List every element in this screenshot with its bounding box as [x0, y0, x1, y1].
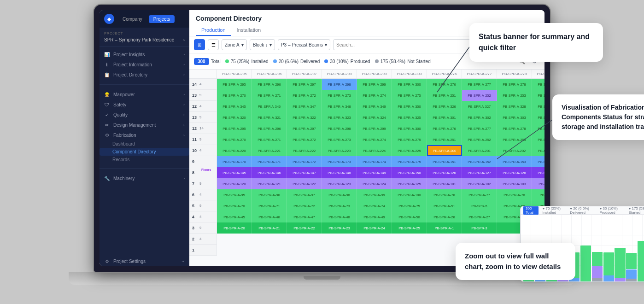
cell[interactable]: PB-SPR-A-77: [462, 189, 497, 200]
type-dropdown[interactable]: P3 – Precast Beams ▾: [278, 39, 330, 50]
cell[interactable]: PB-SPR-3: [462, 222, 497, 234]
tab-production[interactable]: Production: [196, 25, 231, 36]
tab-installation[interactable]: Installation: [231, 25, 267, 36]
cell[interactable]: PB-SPR-A-125: [392, 178, 427, 189]
list-view-button[interactable]: ☰: [208, 39, 219, 50]
cell[interactable]: PB-SPR-A-324: [357, 112, 392, 123]
grid-view-button[interactable]: ⊞: [194, 39, 205, 50]
cell[interactable]: PB-SPR-A-121: [252, 178, 287, 189]
cell[interactable]: PB-SPR-A-75: [392, 200, 427, 211]
delivered-status[interactable]: 20 (6.6%) Delivered: [273, 59, 320, 64]
cell[interactable]: PB-SPR-A-276: [427, 79, 462, 90]
sidebar-sub-component-directory[interactable]: Component Directory: [100, 148, 189, 156]
cell[interactable]: PB-SPR-A-103: [497, 178, 532, 189]
cell[interactable]: PB-SPR-A-345: [217, 101, 252, 112]
cell[interactable]: PB-SPR-A-51: [427, 200, 462, 211]
cell[interactable]: PB-SPR-A-254: [532, 90, 544, 101]
cell[interactable]: PB-SPR-A-326: [427, 101, 462, 112]
cell[interactable]: PB-SPR-A-151: [427, 156, 462, 167]
cell[interactable]: PB-SPR-A-298: [322, 123, 357, 134]
cell[interactable]: PB-SPR-A-274: [357, 90, 392, 101]
cell[interactable]: PB-SPR-A-348: [322, 101, 357, 112]
cell[interactable]: PB-SPR-A-45: [217, 211, 252, 222]
cell[interactable]: PB-SPR-A-298: [322, 79, 357, 90]
cell[interactable]: PB-SPR-A-252: [462, 90, 497, 101]
cell[interactable]: PB-SPR A-221: [252, 145, 287, 156]
cell[interactable]: PB-SPR-A-102: [462, 178, 497, 189]
cell[interactable]: PB-SPR-A-170: [217, 156, 252, 167]
cell[interactable]: PB-SPR-A-128: [497, 167, 532, 178]
cell[interactable]: PB-SPR-A-251: [427, 134, 462, 145]
cell[interactable]: PB-SPR-A-272: [287, 134, 322, 145]
cell[interactable]: PB-SPR-A-24: [357, 222, 392, 234]
cell[interactable]: PB-SPR-A-300: [392, 123, 427, 134]
produced-status[interactable]: 30 (10%) Produced: [324, 59, 370, 64]
sidebar-sub-records[interactable]: Records: [100, 156, 189, 164]
cell[interactable]: PB-SPR-A-272: [287, 90, 322, 101]
cell[interactable]: PB-SPR-A-71: [252, 200, 287, 211]
cell[interactable]: PB-SPR-A-25: [392, 222, 427, 234]
cell[interactable]: PB-SPR-A-300: [392, 79, 427, 90]
sidebar-item-settings[interactable]: ⚙ Project Settings →: [100, 256, 189, 266]
block-dropdown[interactable]: Block ↓ ▾: [250, 39, 275, 50]
sidebar-item-safety[interactable]: 🛡 Safety ›: [100, 99, 189, 110]
cell[interactable]: PB-SPR-A-303: [497, 112, 532, 123]
cell[interactable]: PB-SPR-A-154: [532, 156, 544, 167]
cell[interactable]: PB-SPR-A-271: [252, 134, 287, 145]
cell[interactable]: PB-SPR-A-271: [252, 90, 287, 101]
cell[interactable]: PB-SPR-A-7: [532, 189, 544, 200]
cell[interactable]: PB-SPR-5: [462, 200, 497, 211]
cell[interactable]: PB-SPR-A-21: [252, 222, 287, 234]
cell[interactable]: PB-SPR-A-323: [322, 112, 357, 123]
cell[interactable]: PB-SPR-A-172: [287, 156, 322, 167]
cell[interactable]: PB-SPR-A-174: [357, 156, 392, 167]
cell[interactable]: PB-SPR-A-175: [392, 156, 427, 167]
cell[interactable]: PB-SPR-A-76: [427, 189, 462, 200]
cell[interactable]: PB-SPR-A-276: [427, 123, 462, 134]
cell[interactable]: PB-SPR-A-270: [217, 90, 252, 101]
sidebar-sub-dashboard[interactable]: Dashboard: [100, 140, 189, 148]
cell[interactable]: PB-SPR-A-123: [322, 178, 357, 189]
cell[interactable]: PB-SPR-A-296: [252, 123, 287, 134]
cell[interactable]: PB-SPR-A-49: [357, 211, 392, 222]
cell[interactable]: PB-SPR-A-20: [217, 222, 252, 234]
cell[interactable]: PB-SPR-A-95: [217, 189, 252, 200]
cell[interactable]: PB-SPR-A-253: [497, 90, 532, 101]
cell[interactable]: PB-SPR-A-150: [392, 167, 427, 178]
cell[interactable]: PB-SPR-A-277: [462, 79, 497, 90]
cell[interactable]: PB-SPR-A-225: [392, 145, 427, 156]
cell[interactable]: PB-SPR-A-295: [217, 123, 252, 134]
cell[interactable]: PB-SPR-A-279: [532, 123, 544, 134]
cell[interactable]: PB-SPR-A-72: [287, 200, 322, 211]
cell[interactable]: PB-SPR-A-320: [217, 112, 252, 123]
cell[interactable]: PB-SPR-A-129: [532, 167, 544, 178]
cell[interactable]: PB-SPR-A-147: [287, 167, 322, 178]
cell[interactable]: PB-SPR-A-328: [497, 101, 532, 112]
cell[interactable]: PB-SPR-A-278: [497, 79, 532, 90]
cell[interactable]: PB-SPR-A-46: [252, 211, 287, 222]
installed-status[interactable]: 75 (25%) Installed: [225, 59, 269, 64]
cell[interactable]: PB-SPR-A-10: [532, 178, 544, 189]
cell[interactable]: PB-SPR-A-347: [287, 101, 322, 112]
cell[interactable]: PB-SPR-A-126: [427, 167, 462, 178]
cell[interactable]: PB-SPR-A-98: [322, 189, 357, 200]
cell[interactable]: PB-SPR-A-73: [322, 200, 357, 211]
cell[interactable]: PB-SPR-A-26: [427, 211, 462, 222]
cell[interactable]: PB-SPR-A-171: [252, 156, 287, 167]
cell[interactable]: PB-SPR-A-321: [252, 112, 287, 123]
cell[interactable]: PB-SPR-A-325: [392, 112, 427, 123]
cell[interactable]: PB-SPR-A-278: [497, 123, 532, 134]
cell[interactable]: PB-SPR A-201: [462, 145, 497, 156]
cell[interactable]: PB-SPR-A-23: [322, 222, 357, 234]
sidebar-item-quality[interactable]: ✓ Quality ›: [100, 110, 189, 120]
cell[interactable]: PB-SPR-A-275: [392, 134, 427, 145]
cell[interactable]: PB-SPR-A-124: [357, 178, 392, 189]
cell[interactable]: PB-SPR-A-97: [287, 189, 322, 200]
cell[interactable]: PB-SPR-A-220: [217, 145, 252, 156]
cell[interactable]: PB-SPR-A-251: [427, 90, 462, 101]
sidebar-item-design[interactable]: ✏ Design Management ›: [100, 120, 189, 130]
sidebar-item-machinery[interactable]: 🔧 Machinery ›: [100, 173, 189, 183]
cell[interactable]: PB-SPR-A-329: [532, 101, 544, 112]
cell[interactable]: PB-SPR-A-74: [357, 200, 392, 211]
cell[interactable]: PB-SPR-A-350: [392, 101, 427, 112]
